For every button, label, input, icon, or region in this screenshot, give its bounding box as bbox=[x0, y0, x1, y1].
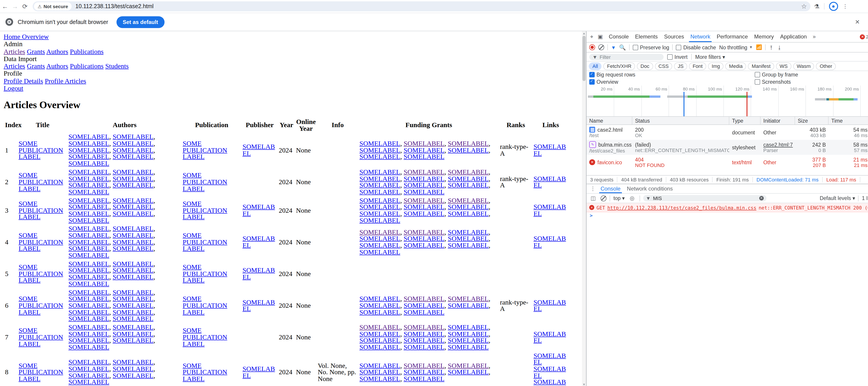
funding-grant-link[interactable]: SOMELABEL bbox=[448, 369, 489, 376]
request-filter-chip-ws[interactable]: WS bbox=[776, 62, 791, 70]
disable-cache-checkbox[interactable]: Disable cache bbox=[676, 44, 716, 50]
author-link[interactable]: SOMELABEL bbox=[68, 288, 109, 296]
nav-link[interactable]: Authors bbox=[46, 63, 68, 70]
author-link[interactable]: SOMELABEL bbox=[68, 133, 109, 141]
funding-grant-link[interactable]: SOMELABEL bbox=[404, 330, 444, 337]
author-link[interactable]: SOMELABEL bbox=[113, 337, 153, 344]
author-link[interactable]: SOMELABEL bbox=[113, 147, 153, 154]
funding-grant-link[interactable]: SOMELABEL bbox=[448, 203, 489, 211]
devtools-tab-elements[interactable]: Elements bbox=[632, 31, 661, 42]
author-link[interactable]: SOMELABEL bbox=[68, 203, 109, 211]
funding-grant-link[interactable]: SOMELABEL bbox=[404, 242, 444, 249]
nav-link[interactable]: Articles bbox=[4, 48, 25, 55]
funding-grant-link[interactable]: SOMELABEL bbox=[360, 216, 400, 224]
request-filter-chip-css[interactable]: CSS bbox=[655, 62, 672, 70]
author-link[interactable]: SOMELABEL bbox=[68, 232, 109, 239]
funding-grant-link[interactable]: SOMELABEL bbox=[360, 330, 400, 337]
author-link[interactable]: SOMELABEL bbox=[68, 273, 109, 281]
request-filter-chip-doc[interactable]: Doc bbox=[637, 62, 653, 70]
funding-grant-link[interactable]: SOMELABEL bbox=[448, 242, 489, 249]
article-external-link[interactable]: SOMELABEL bbox=[533, 365, 566, 379]
author-link[interactable]: SOMELABEL bbox=[113, 168, 153, 176]
nav-link[interactable]: Grants bbox=[27, 63, 45, 70]
funding-grant-link[interactable]: SOMELABEL bbox=[448, 323, 489, 331]
author-link[interactable]: SOMELABEL bbox=[113, 308, 153, 316]
funding-grant-link[interactable]: SOMELABEL bbox=[404, 235, 444, 242]
requests-column-size[interactable]: Size bbox=[795, 117, 829, 125]
requests-column-status[interactable]: Status bbox=[632, 117, 729, 125]
set-as-default-button[interactable]: Set as default bbox=[116, 16, 164, 28]
author-link[interactable]: SOMELABEL bbox=[68, 140, 109, 147]
funding-grant-link[interactable]: SOMELABEL bbox=[448, 235, 489, 242]
funding-grant-link[interactable]: SOMELABEL bbox=[448, 197, 489, 204]
back-button[interactable]: ← bbox=[0, 1, 10, 11]
publication-link[interactable]: SOME PUBLICATION LABEL bbox=[183, 172, 227, 192]
request-filter-chip-font[interactable]: Font bbox=[689, 62, 706, 70]
funding-grant-link[interactable]: SOMELABEL bbox=[360, 308, 400, 316]
console-filter-input[interactable]: ▼ MIS ✕ bbox=[643, 195, 767, 201]
infobar-close-icon[interactable]: ✕ bbox=[852, 19, 863, 25]
table-row[interactable]: 4SOME PUBLICATION LABELSOMELABEL, SOMELA… bbox=[4, 225, 568, 259]
author-link[interactable]: SOMELABEL bbox=[113, 260, 153, 268]
author-link[interactable]: SOMELABEL bbox=[113, 267, 153, 274]
author-link[interactable]: SOMELABEL bbox=[68, 168, 109, 176]
request-row-case2.html[interactable]: case2.html/test200OKdocumentOther403 kB4… bbox=[587, 125, 868, 140]
funding-grant-link[interactable]: SOMELABEL bbox=[448, 295, 489, 302]
page-scrollbar[interactable]: ▲ ▼ bbox=[582, 31, 586, 386]
author-link[interactable]: SOMELABEL bbox=[68, 147, 109, 154]
author-link[interactable]: SOMELABEL bbox=[68, 188, 109, 196]
profile-avatar-icon[interactable]: ☻ bbox=[829, 2, 838, 11]
funding-grant-link[interactable]: SOMELABEL bbox=[360, 181, 400, 189]
article-title-link[interactable]: SOME PUBLICATION LABEL bbox=[19, 264, 63, 284]
address-bar[interactable]: ⚠ Not secure 10.112.238.113/test/case2.h… bbox=[33, 1, 810, 11]
author-link[interactable]: SOMELABEL bbox=[68, 315, 109, 322]
funding-grant-link[interactable]: SOMELABEL bbox=[448, 302, 489, 309]
funding-grant-link[interactable]: SOMELABEL bbox=[360, 369, 400, 376]
nav-link[interactable]: Grants bbox=[27, 48, 45, 55]
author-link[interactable]: SOMELABEL bbox=[113, 359, 153, 366]
network-overview-timeline[interactable]: 20 ms40 ms60 ms80 ms100 ms120 ms140 ms16… bbox=[587, 85, 868, 117]
publication-link[interactable]: SOME PUBLICATION LABEL bbox=[183, 362, 227, 382]
funding-grant-link[interactable]: SOMELABEL bbox=[448, 168, 489, 176]
funding-grant-link[interactable]: SOMELABEL bbox=[360, 168, 400, 176]
author-link[interactable]: SOMELABEL bbox=[113, 238, 153, 245]
requests-column-name[interactable]: Name bbox=[587, 117, 632, 125]
author-link[interactable]: SOMELABEL bbox=[113, 225, 153, 232]
author-link[interactable]: SOMELABEL bbox=[113, 210, 153, 217]
table-row[interactable]: 6SOME PUBLICATION LABELSOMELABEL, SOMELA… bbox=[4, 288, 568, 323]
author-link[interactable]: SOMELABEL bbox=[68, 372, 109, 379]
request-filter-chip-manifest[interactable]: Manifest bbox=[748, 62, 774, 70]
funding-grant-link[interactable]: SOMELABEL bbox=[404, 203, 444, 211]
author-link[interactable]: SOMELABEL bbox=[68, 245, 109, 252]
publication-link[interactable]: SOME PUBLICATION LABEL bbox=[183, 264, 227, 284]
request-filter-chip-other[interactable]: Other bbox=[816, 62, 836, 70]
devtools-tab-application[interactable]: Application bbox=[777, 31, 810, 42]
funding-grant-link[interactable]: SOMELABEL bbox=[404, 323, 444, 331]
author-link[interactable]: SOMELABEL bbox=[68, 344, 109, 351]
preserve-log-checkbox[interactable]: Preserve log bbox=[633, 44, 669, 50]
funding-grant-link[interactable]: SOMELABEL bbox=[404, 175, 444, 182]
invert-checkbox[interactable]: Invert bbox=[667, 54, 688, 60]
article-title-link[interactable]: SOME PUBLICATION LABEL bbox=[19, 172, 63, 192]
request-filter-chip-fetch-xhr[interactable]: Fetch/XHR bbox=[603, 62, 635, 70]
funding-grant-link[interactable]: SOMELABEL bbox=[448, 330, 489, 337]
article-external-link[interactable]: SOMELABEL bbox=[533, 143, 566, 157]
scroll-up-icon[interactable]: ▲ bbox=[582, 31, 586, 35]
table-row[interactable]: 2SOME PUBLICATION LABELSOMELABEL, SOMELA… bbox=[4, 168, 568, 196]
publication-link[interactable]: SOME PUBLICATION LABEL bbox=[183, 140, 227, 161]
author-link[interactable]: SOMELABEL bbox=[113, 315, 153, 322]
article-title-link[interactable]: SOME PUBLICATION LABEL bbox=[19, 232, 63, 252]
funding-grant-link[interactable]: SOMELABEL bbox=[360, 235, 400, 242]
devtools-tab-sources[interactable]: Sources bbox=[661, 31, 687, 42]
nav-link[interactable]: Students bbox=[105, 63, 128, 70]
table-row[interactable]: 3SOME PUBLICATION LABELSOMELABEL, SOMELA… bbox=[4, 197, 568, 224]
scroll-down-icon[interactable]: ▼ bbox=[582, 382, 586, 386]
publication-link[interactable]: SOME PUBLICATION LABEL bbox=[183, 232, 227, 252]
request-filter-chip-all[interactable]: All bbox=[589, 62, 601, 70]
article-external-link[interactable]: SOMELABEL bbox=[533, 175, 566, 189]
devtools-tab-memory[interactable]: Memory bbox=[751, 31, 777, 42]
funding-grant-link[interactable]: SOMELABEL bbox=[404, 375, 444, 382]
requests-column-type[interactable]: Type bbox=[729, 117, 761, 125]
forward-button[interactable]: → bbox=[10, 1, 20, 11]
search-icon[interactable]: 🔍 bbox=[619, 44, 626, 50]
